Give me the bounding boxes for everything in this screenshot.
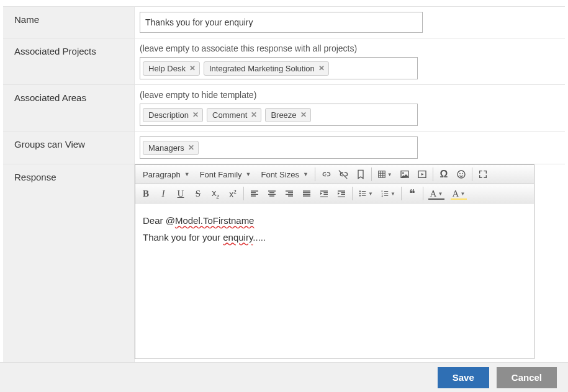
align-left-button[interactable]: [246, 185, 263, 202]
select-label: Font Family: [200, 170, 242, 179]
svg-point-5: [359, 193, 361, 194]
block-format-select[interactable]: Paragraph▼: [138, 166, 194, 182]
text-spellerror: Model.ToFirstname: [175, 215, 255, 226]
font-family-select[interactable]: Font Family▼: [195, 166, 255, 182]
field-groups: Managers ✕: [135, 131, 565, 164]
table-icon: [377, 169, 386, 179]
indent-button[interactable]: [333, 185, 349, 202]
tag-label: Comment: [212, 110, 247, 120]
text: Thank you for your: [143, 232, 223, 243]
help-areas: (leave empty to hide template): [140, 90, 560, 100]
chevron-down-icon: ▼: [390, 191, 395, 197]
toolbar-separator: [371, 167, 372, 181]
smiley-icon: [456, 169, 466, 179]
blockquote-button[interactable]: ❝: [404, 185, 420, 202]
tag-remove-icon[interactable]: ✕: [300, 110, 307, 119]
underline-icon: U: [178, 189, 184, 199]
svg-point-1: [458, 171, 465, 178]
align-justify-button[interactable]: [299, 185, 315, 202]
bullet-list-button[interactable]: ▼: [355, 185, 376, 202]
editor-body[interactable]: Dear @Model.ToFirstname Thank you for yo…: [135, 203, 534, 359]
label-areas: Associated Areas: [3, 85, 135, 131]
subscript-button[interactable]: x2: [207, 185, 223, 202]
unlink-button[interactable]: [335, 166, 351, 182]
label-name: Name: [3, 7, 135, 38]
strikethrough-button[interactable]: S: [190, 185, 206, 202]
superscript-icon: x2: [229, 189, 237, 199]
toolbar-separator: [352, 187, 353, 200]
align-left-icon: [250, 189, 259, 198]
omega-icon: Ω: [440, 169, 448, 180]
bold-icon: B: [143, 189, 149, 199]
text-spellerror: enquiry: [223, 232, 253, 243]
unlink-icon: [338, 169, 348, 179]
bookmark-button[interactable]: [353, 166, 369, 182]
row-areas: Associated Areas (leave empty to hide te…: [3, 85, 565, 131]
media-icon: [417, 169, 427, 179]
tag-remove-icon[interactable]: ✕: [189, 64, 196, 73]
text-color-icon: A: [430, 189, 437, 199]
tag-label: Managers: [148, 143, 184, 153]
image-button[interactable]: [397, 166, 413, 182]
bookmark-icon: [356, 169, 366, 179]
bullet-list-icon: [358, 189, 367, 198]
tag-area: Comment ✕: [207, 108, 261, 122]
label-groups: Groups can View: [3, 131, 135, 164]
fullscreen-button[interactable]: [475, 166, 491, 182]
font-size-select[interactable]: Font Sizes▼: [256, 166, 312, 182]
tag-label: Breeze: [271, 110, 296, 120]
svg-point-4: [359, 190, 361, 192]
strikethrough-icon: S: [196, 189, 201, 199]
align-center-button[interactable]: [264, 185, 280, 202]
tag-remove-icon[interactable]: ✕: [188, 143, 194, 152]
text: Dear @: [143, 215, 175, 226]
italic-icon: I: [162, 189, 165, 199]
name-input[interactable]: [140, 12, 423, 33]
chevron-down-icon: ▼: [368, 191, 373, 197]
subscript-icon: x2: [212, 188, 219, 200]
superscript-button[interactable]: x2: [225, 185, 241, 202]
row-projects: Associated Projects (leave empty to asso…: [3, 38, 565, 85]
tag-project: Integrated Marketing Solution ✕: [204, 61, 329, 76]
chevron-down-icon: ▼: [303, 171, 309, 177]
label-response: Response: [3, 164, 135, 363]
text-color-button[interactable]: A▼: [426, 185, 447, 202]
text: .....: [253, 232, 266, 243]
projects-tag-input[interactable]: Help Desk ✕ Integrated Marketing Solutio…: [140, 57, 418, 79]
link-button[interactable]: [318, 166, 334, 182]
chevron-down-icon: ▼: [246, 171, 251, 177]
chevron-down-icon: ▼: [387, 172, 392, 177]
numbered-list-button[interactable]: ▼: [377, 185, 399, 202]
toolbar-separator: [423, 187, 423, 200]
editor-line: Thank you for your enquiry.....: [143, 229, 526, 246]
media-button[interactable]: [414, 166, 430, 182]
table-button[interactable]: ▼: [374, 166, 395, 182]
bold-button[interactable]: B: [138, 185, 154, 202]
underline-button[interactable]: U: [173, 185, 189, 202]
tag-project: Help Desk ✕: [143, 61, 200, 76]
tag-area: Breeze ✕: [265, 108, 310, 122]
areas-tag-input[interactable]: Description ✕ Comment ✕ Breeze ✕: [140, 104, 418, 126]
emoji-button[interactable]: [453, 166, 469, 182]
groups-tag-input[interactable]: Managers ✕: [140, 136, 418, 159]
tag-group: Managers ✕: [143, 141, 199, 155]
form-container: Name Associated Projects (leave empty to…: [3, 6, 565, 363]
bg-color-button[interactable]: A▼: [448, 185, 469, 202]
align-right-button[interactable]: [281, 185, 297, 202]
tag-remove-icon[interactable]: ✕: [251, 110, 257, 119]
italic-button[interactable]: I: [155, 185, 171, 202]
tag-remove-icon[interactable]: ✕: [318, 64, 325, 73]
align-right-icon: [284, 189, 294, 198]
editor-line: Dear @Model.ToFirstname: [143, 212, 526, 229]
outdent-button[interactable]: [316, 185, 332, 202]
align-justify-icon: [302, 189, 312, 198]
tag-remove-icon[interactable]: ✕: [192, 110, 199, 119]
editor-toolbar-row-1: Paragraph▼ Font Family▼ Font Sizes▼ ▼: [135, 165, 534, 184]
indent-icon: [336, 189, 346, 198]
field-areas: (leave empty to hide template) Descripti…: [135, 85, 565, 131]
svg-point-6: [359, 195, 361, 196]
align-center-icon: [267, 189, 277, 198]
tag-label: Integrated Marketing Solution: [209, 64, 315, 73]
tag-label: Help Desk: [148, 64, 186, 73]
special-char-button[interactable]: Ω: [436, 166, 452, 182]
